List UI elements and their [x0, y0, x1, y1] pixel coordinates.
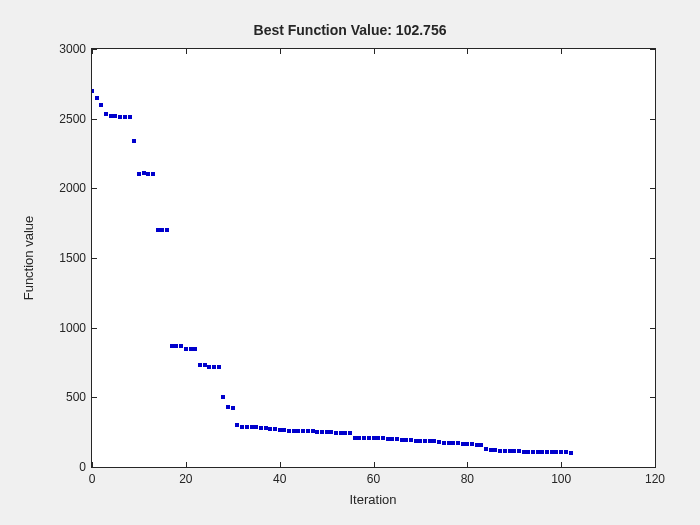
- tick-mark: [650, 397, 655, 398]
- tick-mark: [92, 49, 93, 54]
- data-point: [306, 429, 310, 433]
- data-point: [128, 115, 132, 119]
- data-point: [118, 115, 122, 119]
- data-point: [489, 448, 493, 452]
- data-point: [95, 96, 99, 100]
- data-point: [540, 450, 544, 454]
- data-point: [395, 437, 399, 441]
- data-point: [146, 172, 150, 176]
- data-point: [470, 442, 474, 446]
- data-point: [428, 439, 432, 443]
- data-point: [484, 447, 488, 451]
- tick-mark: [467, 462, 468, 467]
- data-point: [174, 344, 178, 348]
- data-point: [414, 439, 418, 443]
- tick-mark: [92, 258, 97, 259]
- data-point: [132, 139, 136, 143]
- plot-area: [92, 49, 655, 467]
- data-point: [240, 425, 244, 429]
- tick-mark: [650, 258, 655, 259]
- data-point: [92, 89, 94, 93]
- data-point: [522, 450, 526, 454]
- tick-mark: [92, 188, 97, 189]
- data-point: [409, 438, 413, 442]
- data-point: [221, 395, 225, 399]
- x-tick-label: 20: [179, 472, 192, 486]
- data-point: [203, 363, 207, 367]
- chart-title: Best Function Value: 102.756: [0, 22, 700, 38]
- data-point: [353, 436, 357, 440]
- data-point: [268, 427, 272, 431]
- data-point: [165, 228, 169, 232]
- data-point: [559, 450, 563, 454]
- data-point: [184, 347, 188, 351]
- data-point: [339, 431, 343, 435]
- tick-mark: [92, 467, 97, 468]
- data-point: [479, 443, 483, 447]
- data-point: [259, 426, 263, 430]
- data-point: [376, 436, 380, 440]
- tick-mark: [561, 49, 562, 54]
- tick-mark: [650, 119, 655, 120]
- data-point: [264, 426, 268, 430]
- x-tick-label: 0: [89, 472, 96, 486]
- tick-mark: [186, 49, 187, 54]
- data-point: [475, 443, 479, 447]
- data-point: [536, 450, 540, 454]
- data-point: [292, 429, 296, 433]
- y-tick-label: 2000: [26, 181, 86, 195]
- x-tick-label: 120: [645, 472, 665, 486]
- data-point: [423, 439, 427, 443]
- data-point: [372, 436, 376, 440]
- data-point: [99, 103, 103, 107]
- data-point: [367, 436, 371, 440]
- data-point: [465, 442, 469, 446]
- tick-mark: [374, 49, 375, 54]
- tick-mark: [561, 462, 562, 467]
- data-point: [212, 365, 216, 369]
- data-point: [493, 448, 497, 452]
- data-point: [156, 228, 160, 232]
- data-point: [442, 441, 446, 445]
- data-point: [179, 344, 183, 348]
- x-tick-label: 40: [273, 472, 286, 486]
- data-point: [231, 406, 235, 410]
- x-tick-label: 80: [461, 472, 474, 486]
- tick-mark: [92, 397, 97, 398]
- y-tick-label: 2500: [26, 112, 86, 126]
- data-point: [437, 440, 441, 444]
- data-point: [531, 450, 535, 454]
- data-point: [325, 430, 329, 434]
- data-point: [320, 430, 324, 434]
- data-point: [386, 437, 390, 441]
- tick-mark: [650, 188, 655, 189]
- data-point: [404, 438, 408, 442]
- figure: Best Function Value: 102.756 05001000150…: [0, 0, 700, 525]
- data-point: [545, 450, 549, 454]
- data-point: [226, 405, 230, 409]
- data-point: [296, 429, 300, 433]
- data-point: [334, 431, 338, 435]
- data-point: [451, 441, 455, 445]
- data-point: [512, 449, 516, 453]
- tick-mark: [92, 462, 93, 467]
- data-point: [526, 450, 530, 454]
- data-point: [329, 430, 333, 434]
- data-point: [278, 428, 282, 432]
- tick-mark: [650, 328, 655, 329]
- data-point: [151, 172, 155, 176]
- tick-mark: [374, 462, 375, 467]
- data-point: [104, 112, 108, 116]
- tick-mark: [467, 49, 468, 54]
- data-point: [189, 347, 193, 351]
- data-point: [517, 449, 521, 453]
- tick-mark: [92, 328, 97, 329]
- x-axis-label: Iteration: [350, 492, 397, 507]
- data-point: [113, 114, 117, 118]
- data-point: [456, 441, 460, 445]
- data-point: [235, 423, 239, 427]
- data-point: [198, 363, 202, 367]
- y-axis-label: Function value: [21, 216, 36, 301]
- data-point: [170, 344, 174, 348]
- axes: [91, 48, 656, 468]
